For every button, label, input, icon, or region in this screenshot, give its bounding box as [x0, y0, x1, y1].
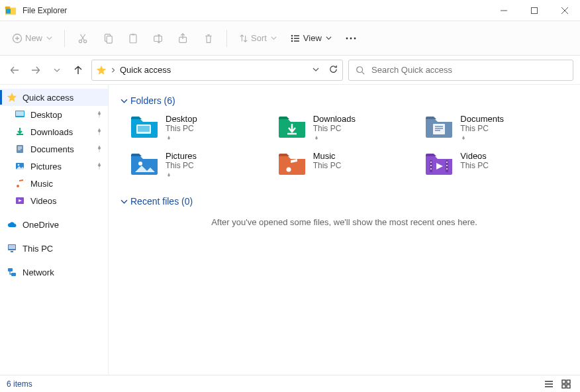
folder-location: This PC [313, 124, 356, 133]
svg-rect-34 [433, 124, 445, 134]
svg-rect-10 [132, 33, 135, 35]
sidebar-item-pictures[interactable]: Pictures [0, 158, 108, 175]
sidebar-item-desktop[interactable]: Desktop [0, 106, 108, 123]
sidebar-item-label: Quick access [23, 93, 73, 103]
search-box[interactable] [348, 60, 573, 81]
folder-videos[interactable]: Videos This PC [424, 151, 568, 181]
sidebar-item-label: Documents [30, 144, 74, 154]
svg-rect-21 [16, 111, 24, 116]
svg-point-24 [18, 164, 20, 166]
svg-point-5 [79, 40, 81, 42]
svg-point-40 [430, 165, 432, 166]
svg-point-43 [446, 165, 448, 166]
sort-label: Sort [251, 33, 267, 43]
share-icon [177, 32, 189, 44]
sidebar-item-videos[interactable]: Videos [0, 192, 108, 209]
new-label: New [25, 33, 42, 43]
nav-row: Quick access [0, 56, 580, 85]
paste-button[interactable] [122, 26, 144, 50]
rename-icon [152, 32, 164, 44]
sort-icon [239, 34, 248, 43]
folder-location: This PC [460, 161, 489, 170]
folder-name: Desktop [166, 114, 197, 124]
status-count: 6 items [7, 379, 32, 389]
folder-icon [424, 151, 454, 176]
cut-button[interactable] [72, 26, 94, 50]
folder-icon [277, 114, 307, 139]
svg-point-16 [346, 37, 348, 39]
chevron-down-icon [46, 35, 52, 41]
folder-downloads[interactable]: Downloads This PC [277, 114, 421, 144]
svg-rect-45 [562, 380, 565, 383]
sidebar-quick-access[interactable]: Quick access [0, 89, 108, 106]
folders-section-header[interactable]: Folders (6) [121, 95, 568, 106]
status-bar: 6 items [0, 375, 580, 392]
close-button[interactable] [550, 0, 580, 21]
folder-icon [277, 151, 307, 176]
svg-rect-1 [5, 6, 10, 9]
music-icon [15, 178, 25, 189]
address-bar[interactable]: Quick access [91, 60, 343, 81]
sidebar-item-downloads[interactable]: Downloads [0, 123, 108, 140]
rename-button[interactable] [147, 26, 169, 50]
up-button[interactable] [70, 62, 86, 78]
sidebar-item-documents[interactable]: Documents [0, 140, 108, 158]
folder-name: Music [313, 151, 342, 161]
svg-point-15 [291, 40, 293, 42]
svg-rect-47 [562, 385, 565, 388]
new-button[interactable]: New [7, 26, 58, 50]
forward-button[interactable] [28, 62, 44, 78]
minimize-button[interactable] [489, 0, 519, 21]
search-icon [356, 66, 365, 75]
network-icon [7, 267, 17, 277]
recent-empty-message: After you've opened some files, we'll sh… [121, 217, 568, 227]
svg-rect-22 [17, 145, 23, 153]
folder-icon [424, 114, 454, 139]
svg-point-36 [286, 168, 291, 172]
chevron-down-icon [121, 97, 128, 105]
copy-button[interactable] [97, 26, 119, 50]
main-content: Folders (6) Desktop This PC [109, 85, 580, 375]
clipboard-icon [127, 32, 139, 44]
sidebar: Quick access Desktop Downloads Documents [0, 85, 109, 375]
address-dropdown[interactable] [313, 65, 319, 75]
chevron-down-icon [54, 67, 60, 74]
more-button[interactable] [340, 26, 362, 50]
sidebar-this-pc[interactable]: This PC [0, 240, 108, 257]
sidebar-item-label: Music [30, 179, 53, 189]
sidebar-item-music[interactable]: Music [0, 175, 108, 192]
sidebar-onedrive[interactable]: OneDrive [0, 216, 108, 233]
share-button[interactable] [172, 26, 195, 50]
back-button[interactable] [7, 62, 23, 78]
scissors-icon [77, 32, 89, 44]
arrow-left-icon [9, 65, 20, 75]
sort-button[interactable]: Sort [234, 26, 282, 50]
pin-icon [96, 127, 103, 137]
desktop-icon [15, 109, 25, 120]
plus-circle-icon [12, 33, 23, 44]
refresh-button[interactable] [328, 64, 338, 76]
folder-pictures[interactable]: Pictures This PC [130, 151, 273, 181]
section-title: Recent files (0) [130, 196, 193, 207]
folder-documents[interactable]: Documents This PC [424, 114, 568, 144]
folder-music[interactable]: Music This PC [277, 151, 421, 181]
folder-location: This PC [166, 124, 197, 133]
folder-desktop[interactable]: Desktop This PC [130, 114, 273, 144]
sidebar-network[interactable]: Network [0, 264, 108, 281]
trash-icon [203, 32, 215, 44]
view-button[interactable]: View [285, 26, 337, 50]
details-view-button[interactable] [542, 377, 556, 391]
folder-name: Downloads [313, 114, 356, 124]
delete-button[interactable] [197, 26, 220, 50]
recent-section-header[interactable]: Recent files (0) [121, 196, 568, 207]
pin-icon [96, 144, 103, 154]
thumbnails-view-button[interactable] [559, 377, 573, 391]
sidebar-item-label: OneDrive [23, 220, 59, 230]
arrow-right-icon [30, 65, 41, 75]
refresh-icon [328, 64, 338, 74]
more-icon [345, 32, 357, 44]
pictures-icon [15, 161, 25, 172]
maximize-button[interactable] [519, 0, 550, 21]
search-input[interactable] [371, 65, 566, 75]
history-dropdown[interactable] [49, 62, 65, 78]
